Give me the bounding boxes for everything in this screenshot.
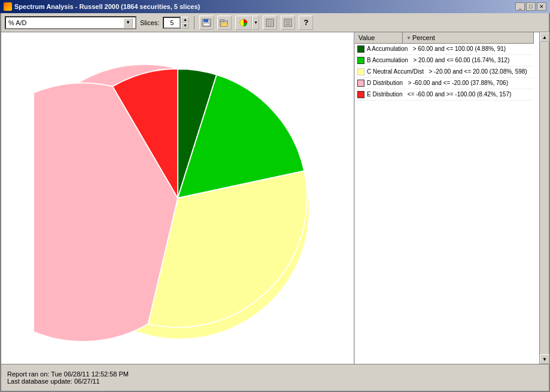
slices-input[interactable]: 5	[163, 17, 181, 29]
svg-rect-2	[203, 23, 209, 26]
color-d	[357, 80, 364, 87]
maximize-button[interactable]: □	[526, 2, 536, 11]
color-b	[357, 57, 364, 64]
color-c	[357, 68, 364, 75]
spin-down-button[interactable]: ▼	[181, 23, 189, 29]
open-button[interactable]	[217, 16, 232, 30]
svg-marker-5	[221, 23, 228, 26]
list-button[interactable]	[281, 16, 295, 30]
vertical-scrollbar[interactable]: ▲ ▼	[539, 32, 549, 364]
slices-label: Slices:	[140, 19, 159, 26]
slices-value: 5	[170, 19, 174, 26]
save-button[interactable]	[199, 16, 214, 30]
grid-button[interactable]	[263, 16, 277, 30]
svg-rect-4	[220, 20, 224, 22]
legend-label-d: D Distribution > -60.00 and <= -20.00 (3…	[367, 79, 508, 87]
legend-row-b: B Accumulation > 20.00 and <= 60.00 (16.…	[355, 55, 534, 66]
minimize-button[interactable]: _	[515, 2, 525, 11]
legend-area: Value ▼ Percent A Accumulation > 60.00 a…	[354, 32, 534, 364]
title-bar-buttons: _ □ ✕	[515, 2, 546, 11]
main-window: % A/D ▼ Slices: 5 ▲ ▼	[0, 13, 550, 392]
pie-svg-corrected	[34, 54, 321, 342]
svg-rect-7	[266, 19, 274, 26]
chart-area	[1, 32, 354, 364]
legend-row-c: C Neutral Accum/Dist > -20.00 and <= 20.…	[355, 66, 534, 78]
legend-label-b: B Accumulation > 20.00 and <= 60.00 (16.…	[367, 56, 509, 65]
slices-spinner: ▲ ▼	[181, 17, 189, 29]
sort-icon: ▼	[406, 35, 411, 41]
save-icon	[202, 19, 211, 27]
title-bar-left: Spectrum Analysis - Russell 2000 (1864 s…	[4, 2, 200, 11]
legend-label-c: C Neutral Accum/Dist > -20.00 and <= 20.…	[367, 68, 527, 76]
chart-type-button[interactable]	[235, 16, 252, 30]
status-bar: Report ran on: Tue 06/28/11 12:52:58 PM …	[1, 364, 549, 391]
dropdown-value: % A/D	[8, 19, 27, 26]
legend-label-e: E Distribution <= -60.00 and >= -100.00 …	[367, 90, 511, 99]
app-icon	[4, 2, 12, 11]
pie-chart-icon	[238, 19, 249, 27]
scroll-up-button[interactable]: ▲	[540, 32, 549, 42]
report-ran-text: Report ran on: Tue 06/28/11 12:52:58 PM	[7, 370, 543, 378]
toolbar: % A/D ▼ Slices: 5 ▲ ▼	[1, 13, 549, 32]
legend-row-a: A Accumulation > 60.00 and <= 100.00 (4.…	[355, 44, 534, 55]
open-icon	[220, 19, 229, 27]
color-e	[357, 91, 364, 98]
help-button[interactable]: ?	[299, 16, 313, 30]
scroll-down-button[interactable]: ▼	[540, 354, 549, 364]
list-icon	[284, 19, 292, 27]
dropdown-arrow[interactable]: ▼	[123, 18, 133, 28]
legend-row-e: E Distribution <= -60.00 and >= -100.00 …	[355, 89, 534, 101]
legend-label-a: A Accumulation > 60.00 and <= 100.00 (4.…	[367, 45, 506, 53]
legend-header: Value ▼ Percent	[355, 32, 534, 44]
analysis-dropdown[interactable]: % A/D ▼	[5, 16, 136, 29]
pie-chart	[34, 54, 321, 342]
window-title: Spectrum Analysis - Russell 2000 (1864 s…	[14, 3, 200, 10]
legend-panel: Value ▼ Percent A Accumulation > 60.00 a…	[354, 32, 539, 364]
grid-icon	[266, 19, 274, 27]
svg-rect-1	[203, 19, 208, 22]
legend-value-header: Value	[355, 32, 403, 43]
color-a	[357, 45, 364, 53]
legend-row-d: D Distribution > -60.00 and <= -20.00 (3…	[355, 78, 534, 89]
title-bar: Spectrum Analysis - Russell 2000 (1864 s…	[0, 0, 550, 13]
spin-up-button[interactable]: ▲	[181, 17, 189, 23]
close-button[interactable]: ✕	[537, 2, 546, 11]
separator-1	[194, 16, 195, 29]
legend-percent-header: ▼ Percent	[403, 32, 534, 43]
last-update-text: Last database update: 06/27/11	[7, 378, 543, 385]
chart-legend-wrapper: Value ▼ Percent A Accumulation > 60.00 a…	[1, 32, 549, 364]
scroll-track	[540, 42, 549, 354]
chart-dropdown-arrow[interactable]: ▼	[252, 16, 259, 30]
